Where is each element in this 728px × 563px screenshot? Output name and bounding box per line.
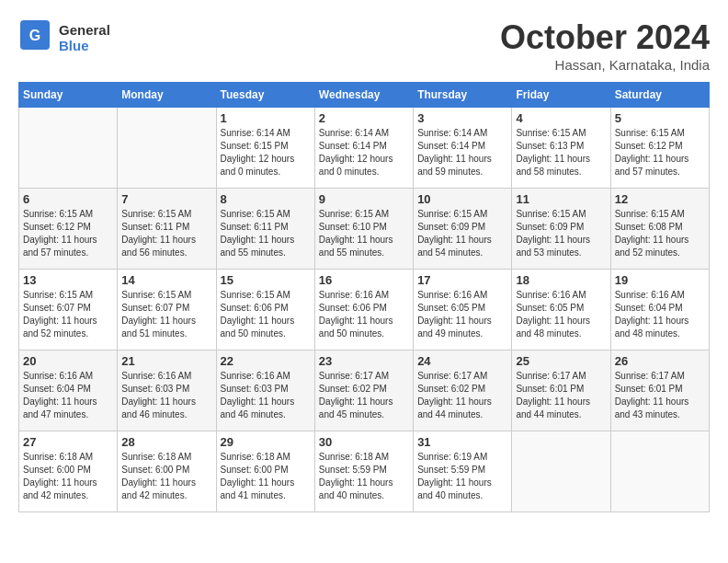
cell-details: Sunrise: 6:15 AMSunset: 6:10 PMDaylight:… <box>319 208 409 259</box>
calendar-cell: 14Sunrise: 6:15 AMSunset: 6:07 PMDayligh… <box>118 270 216 350</box>
calendar-header: SundayMondayTuesdayWednesdayThursdayFrid… <box>19 83 710 108</box>
calendar-table: SundayMondayTuesdayWednesdayThursdayFrid… <box>18 82 710 512</box>
week-row-3: 13Sunrise: 6:15 AMSunset: 6:07 PMDayligh… <box>19 270 710 350</box>
calendar-body: 1Sunrise: 6:14 AMSunset: 6:15 PMDaylight… <box>19 108 710 512</box>
calendar-cell: 22Sunrise: 6:16 AMSunset: 6:03 PMDayligh… <box>216 350 314 431</box>
day-number: 20 <box>23 354 113 368</box>
logo-mark: G <box>18 18 51 58</box>
calendar-cell: 2Sunrise: 6:14 AMSunset: 6:14 PMDaylight… <box>314 108 413 189</box>
cell-details: Sunrise: 6:19 AMSunset: 5:59 PMDaylight:… <box>417 451 507 502</box>
cell-details: Sunrise: 6:14 AMSunset: 6:15 PMDaylight:… <box>221 127 311 178</box>
header-cell-tuesday: Tuesday <box>216 83 314 108</box>
header-cell-friday: Friday <box>512 83 610 108</box>
calendar-cell: 30Sunrise: 6:18 AMSunset: 5:59 PMDayligh… <box>314 431 413 512</box>
cell-details: Sunrise: 6:16 AMSunset: 6:05 PMDaylight:… <box>516 289 606 340</box>
calendar-cell: 27Sunrise: 6:18 AMSunset: 6:00 PMDayligh… <box>19 431 118 512</box>
calendar-cell: 18Sunrise: 6:16 AMSunset: 6:05 PMDayligh… <box>512 270 610 350</box>
cell-details: Sunrise: 6:15 AMSunset: 6:08 PMDaylight:… <box>615 208 705 259</box>
header-cell-saturday: Saturday <box>610 83 709 108</box>
calendar-cell: 24Sunrise: 6:17 AMSunset: 6:02 PMDayligh… <box>414 350 512 431</box>
week-row-5: 27Sunrise: 6:18 AMSunset: 6:00 PMDayligh… <box>19 431 710 512</box>
day-number: 5 <box>615 111 705 125</box>
day-number: 16 <box>319 273 409 287</box>
calendar-cell: 19Sunrise: 6:16 AMSunset: 6:04 PMDayligh… <box>610 270 709 350</box>
cell-details: Sunrise: 6:18 AMSunset: 5:59 PMDaylight:… <box>319 451 409 502</box>
cell-details: Sunrise: 6:17 AMSunset: 6:02 PMDaylight:… <box>319 370 409 421</box>
day-number: 17 <box>417 273 507 287</box>
calendar-cell: 20Sunrise: 6:16 AMSunset: 6:04 PMDayligh… <box>19 350 118 431</box>
calendar-cell: 16Sunrise: 6:16 AMSunset: 6:06 PMDayligh… <box>314 270 413 350</box>
cell-details: Sunrise: 6:16 AMSunset: 6:03 PMDaylight:… <box>221 370 311 421</box>
day-number: 11 <box>516 192 606 206</box>
svg-text:G: G <box>29 28 40 43</box>
cell-details: Sunrise: 6:16 AMSunset: 6:04 PMDaylight:… <box>615 289 705 340</box>
cell-details: Sunrise: 6:17 AMSunset: 6:01 PMDaylight:… <box>516 370 606 421</box>
calendar-cell: 15Sunrise: 6:15 AMSunset: 6:06 PMDayligh… <box>216 270 314 350</box>
day-number: 6 <box>23 192 113 206</box>
calendar-cell: 12Sunrise: 6:15 AMSunset: 6:08 PMDayligh… <box>610 189 709 270</box>
cell-details: Sunrise: 6:15 AMSunset: 6:13 PMDaylight:… <box>516 127 606 178</box>
cell-details: Sunrise: 6:16 AMSunset: 6:05 PMDaylight:… <box>417 289 507 340</box>
day-number: 2 <box>319 111 409 125</box>
cell-details: Sunrise: 6:15 AMSunset: 6:06 PMDaylight:… <box>221 289 311 340</box>
cell-details: Sunrise: 6:18 AMSunset: 6:00 PMDaylight:… <box>23 451 113 502</box>
calendar-cell: 11Sunrise: 6:15 AMSunset: 6:09 PMDayligh… <box>512 189 610 270</box>
location: Hassan, Karnataka, India <box>500 57 710 73</box>
calendar-cell: 17Sunrise: 6:16 AMSunset: 6:05 PMDayligh… <box>414 270 512 350</box>
day-number: 31 <box>417 435 507 449</box>
cell-details: Sunrise: 6:18 AMSunset: 6:00 PMDaylight:… <box>221 451 311 502</box>
title-section: October 2024 Hassan, Karnataka, India <box>500 18 710 73</box>
logo-text: General Blue <box>59 23 110 53</box>
day-number: 3 <box>417 111 507 125</box>
week-row-2: 6Sunrise: 6:15 AMSunset: 6:12 PMDaylight… <box>19 189 710 270</box>
day-number: 13 <box>23 273 113 287</box>
day-number: 8 <box>221 192 311 206</box>
cell-details: Sunrise: 6:16 AMSunset: 6:06 PMDaylight:… <box>319 289 409 340</box>
cell-details: Sunrise: 6:14 AMSunset: 6:14 PMDaylight:… <box>417 127 507 178</box>
day-number: 25 <box>516 354 606 368</box>
header-cell-sunday: Sunday <box>19 83 118 108</box>
day-number: 7 <box>121 192 211 206</box>
cell-details: Sunrise: 6:15 AMSunset: 6:07 PMDaylight:… <box>23 289 113 340</box>
calendar-cell: 25Sunrise: 6:17 AMSunset: 6:01 PMDayligh… <box>512 350 610 431</box>
calendar-cell: 10Sunrise: 6:15 AMSunset: 6:09 PMDayligh… <box>414 189 512 270</box>
day-number: 27 <box>23 435 113 449</box>
calendar-cell: 31Sunrise: 6:19 AMSunset: 5:59 PMDayligh… <box>414 431 512 512</box>
header-cell-wednesday: Wednesday <box>314 83 413 108</box>
day-number: 26 <box>615 354 705 368</box>
cell-details: Sunrise: 6:16 AMSunset: 6:04 PMDaylight:… <box>23 370 113 421</box>
page-header: G General Blue October 2024 Hassan, Karn… <box>18 18 710 73</box>
day-number: 28 <box>121 435 211 449</box>
calendar-cell <box>118 108 216 189</box>
day-number: 9 <box>319 192 409 206</box>
calendar-cell: 21Sunrise: 6:16 AMSunset: 6:03 PMDayligh… <box>118 350 216 431</box>
cell-details: Sunrise: 6:15 AMSunset: 6:07 PMDaylight:… <box>121 289 211 340</box>
calendar-cell: 7Sunrise: 6:15 AMSunset: 6:11 PMDaylight… <box>118 189 216 270</box>
calendar-cell: 28Sunrise: 6:18 AMSunset: 6:00 PMDayligh… <box>118 431 216 512</box>
day-number: 1 <box>221 111 311 125</box>
day-number: 21 <box>121 354 211 368</box>
calendar-cell <box>19 108 118 189</box>
calendar-cell <box>610 431 709 512</box>
cell-details: Sunrise: 6:15 AMSunset: 6:12 PMDaylight:… <box>615 127 705 178</box>
cell-details: Sunrise: 6:15 AMSunset: 6:09 PMDaylight:… <box>516 208 606 259</box>
day-number: 10 <box>417 192 507 206</box>
calendar-cell: 23Sunrise: 6:17 AMSunset: 6:02 PMDayligh… <box>314 350 413 431</box>
header-cell-thursday: Thursday <box>414 83 512 108</box>
calendar-cell: 9Sunrise: 6:15 AMSunset: 6:10 PMDaylight… <box>314 189 413 270</box>
cell-details: Sunrise: 6:15 AMSunset: 6:09 PMDaylight:… <box>417 208 507 259</box>
day-number: 19 <box>615 273 705 287</box>
header-cell-monday: Monday <box>118 83 216 108</box>
day-number: 22 <box>221 354 311 368</box>
week-row-1: 1Sunrise: 6:14 AMSunset: 6:15 PMDaylight… <box>19 108 710 189</box>
calendar-cell: 8Sunrise: 6:15 AMSunset: 6:11 PMDaylight… <box>216 189 314 270</box>
logo: G General Blue <box>18 18 110 58</box>
header-row: SundayMondayTuesdayWednesdayThursdayFrid… <box>19 83 710 108</box>
cell-details: Sunrise: 6:17 AMSunset: 6:01 PMDaylight:… <box>615 370 705 421</box>
day-number: 30 <box>319 435 409 449</box>
day-number: 15 <box>221 273 311 287</box>
day-number: 29 <box>221 435 311 449</box>
calendar-cell: 29Sunrise: 6:18 AMSunset: 6:00 PMDayligh… <box>216 431 314 512</box>
day-number: 14 <box>121 273 211 287</box>
calendar-cell: 13Sunrise: 6:15 AMSunset: 6:07 PMDayligh… <box>19 270 118 350</box>
